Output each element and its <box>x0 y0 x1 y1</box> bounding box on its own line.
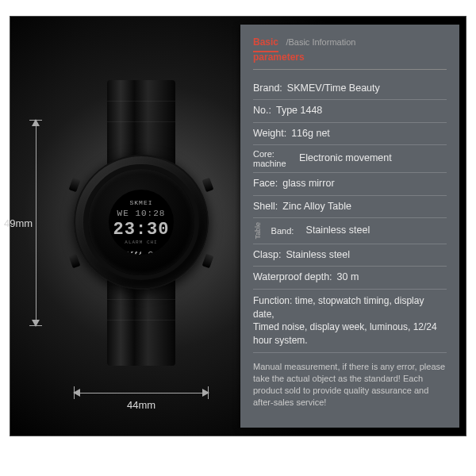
dimension-height-value: 49mm <box>4 217 33 229</box>
spec-clasp: Clasp: Stainless steel <box>253 244 447 267</box>
watch-button <box>202 254 214 268</box>
spec-core: Core: machine Electronic movement <box>253 145 447 173</box>
watch-bezel: SKMEI WE 10:28 23:30 ALARM CHI 23 WR30M <box>83 164 199 280</box>
stripe-icon <box>122 251 141 255</box>
header-parameters: parameters <box>253 51 447 64</box>
watch-sub-labels: ALARM CHI <box>109 240 174 245</box>
watch-render: SKMEI WE 10:28 23:30 ALARM CHI 23 WR30M <box>74 80 209 366</box>
spec-shell: Shell: Zinc Alloy Table <box>253 196 447 219</box>
watch-button <box>69 254 81 268</box>
product-visual: 49mm SKMEI WE 10:28 23:30 ALARM CHI <box>10 17 240 436</box>
spec-waterproof: Waterproof depth: 30 m <box>253 267 447 290</box>
watch-button <box>69 178 81 192</box>
header-sub: /Basic Information <box>286 37 355 47</box>
spec-no: No.: Type 1448 <box>253 100 447 123</box>
watch-display: SKMEI WE 10:28 23:30 ALARM CHI 23 WR30M <box>109 190 174 255</box>
watch-date: 23 <box>148 250 160 255</box>
disclaimer-note: Manual measurement, if there is any erro… <box>253 361 447 408</box>
dimension-width-value: 44mm <box>127 399 155 411</box>
spec-brand: Brand: SKMEV/Time Beauty <box>253 78 447 101</box>
watch-button <box>202 178 214 192</box>
spec-weight: Weight: 116g net <box>253 123 447 146</box>
header-basic: Basic <box>253 36 278 52</box>
watch-main-time: 23:30 <box>109 220 174 240</box>
product-infographic: 49mm SKMEI WE 10:28 23:30 ALARM CHI <box>10 16 466 436</box>
spec-face: Face: glass mirror <box>253 173 447 196</box>
table-vertical-label: Table <box>253 222 263 240</box>
watch-case: SKMEI WE 10:28 23:30 ALARM CHI 23 WR30M <box>74 155 209 290</box>
watch-lower-row: 23 <box>109 250 174 255</box>
watch-band-bottom <box>107 278 175 366</box>
spec-header: Basic /Basic Information parameters <box>253 36 447 64</box>
spec-panel: Basic /Basic Information parameters Bran… <box>240 25 459 428</box>
dimension-width: 44mm <box>74 388 209 412</box>
divider <box>253 69 447 70</box>
watch-day-time: WE 10:28 <box>109 209 174 218</box>
spec-band: Table Band: Stainless steel <box>253 218 447 244</box>
dimension-height: 49mm <box>25 120 48 326</box>
watch-brand: SKMEI <box>109 199 174 206</box>
spec-function: Function: time, stopwatch timing, displa… <box>253 290 447 353</box>
